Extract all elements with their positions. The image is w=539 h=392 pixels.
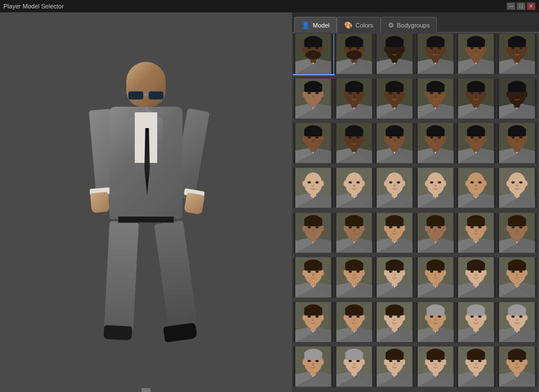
maximize-button[interactable]: □ <box>517 2 526 10</box>
svg-rect-460 <box>426 263 444 271</box>
grid-cell[interactable] <box>374 79 415 119</box>
grid-cell[interactable] <box>415 34 456 74</box>
svg-point-463 <box>434 274 436 276</box>
svg-point-464 <box>424 270 428 276</box>
grid-cell[interactable] <box>334 347 374 387</box>
svg-point-125 <box>394 95 396 98</box>
svg-point-507 <box>321 315 324 321</box>
svg-point-588 <box>316 360 319 362</box>
svg-point-335 <box>308 226 311 228</box>
grid-cell[interactable] <box>497 168 537 208</box>
grid-cell[interactable] <box>374 213 415 253</box>
grid-cell[interactable] <box>293 347 334 387</box>
grid-cell[interactable] <box>374 123 415 163</box>
grid-cell[interactable] <box>374 302 415 343</box>
svg-point-27 <box>346 51 362 60</box>
close-button[interactable]: ✕ <box>527 2 536 10</box>
grid-cell[interactable] <box>497 257 537 298</box>
grid-cell[interactable] <box>334 79 374 119</box>
svg-point-433 <box>348 271 351 273</box>
grid-cell[interactable] <box>415 168 456 208</box>
grid-cell[interactable] <box>334 123 374 163</box>
svg-point-349 <box>348 226 351 228</box>
grid-cell[interactable] <box>497 79 537 119</box>
svg-rect-206 <box>386 129 404 136</box>
svg-point-112 <box>343 91 346 97</box>
svg-point-350 <box>356 226 359 228</box>
svg-point-223 <box>434 140 436 143</box>
svg-point-209 <box>394 140 396 143</box>
svg-point-661 <box>524 359 527 365</box>
svg-point-141 <box>442 91 446 97</box>
svg-point-325 <box>524 181 527 186</box>
svg-rect-8 <box>304 39 322 47</box>
grid-cell[interactable] <box>497 123 537 163</box>
svg-point-211 <box>402 136 405 142</box>
svg-point-99 <box>321 91 324 97</box>
tab-model[interactable]: 👤 Model <box>294 17 337 33</box>
svg-point-605 <box>361 359 364 365</box>
svg-point-643 <box>471 360 474 362</box>
grid-cell[interactable] <box>293 213 334 253</box>
svg-point-166 <box>519 92 522 94</box>
grid-cell[interactable] <box>374 168 415 208</box>
grid-cell[interactable] <box>456 123 496 163</box>
grid-cell[interactable] <box>334 257 374 298</box>
grid-cell[interactable] <box>374 34 415 74</box>
svg-point-395 <box>483 225 487 231</box>
svg-point-123 <box>389 92 392 94</box>
svg-point-479 <box>483 270 487 276</box>
grid-cell[interactable] <box>456 213 496 253</box>
grid-cell[interactable] <box>415 302 456 343</box>
grid-cell[interactable] <box>456 257 496 298</box>
grid-cell[interactable] <box>415 213 456 253</box>
svg-rect-446 <box>386 263 404 271</box>
grid-cell[interactable] <box>374 347 415 387</box>
grid-cell[interactable] <box>456 79 496 119</box>
tab-colors[interactable]: 🎨 Colors <box>337 17 381 33</box>
grid-cell[interactable] <box>456 347 496 387</box>
svg-point-562 <box>465 315 469 321</box>
grid-cell[interactable] <box>293 257 334 298</box>
svg-point-12 <box>305 51 321 60</box>
svg-point-250 <box>519 136 522 139</box>
svg-point-98 <box>303 91 306 97</box>
figure-leg-left <box>104 221 139 335</box>
grid-cell[interactable] <box>497 347 537 387</box>
grid-cell[interactable] <box>456 34 496 74</box>
svg-point-70 <box>465 47 469 52</box>
svg-point-645 <box>475 363 477 366</box>
grid-cell[interactable] <box>415 257 456 298</box>
svg-point-56 <box>424 47 428 52</box>
title-bar: Player Model Selector — □ ✕ <box>0 0 539 12</box>
grid-cell[interactable] <box>334 302 374 343</box>
grid-cell[interactable] <box>293 34 334 74</box>
grid-cell[interactable] <box>456 168 496 208</box>
svg-rect-614 <box>386 352 404 360</box>
svg-point-561 <box>475 318 477 321</box>
grid-cell[interactable] <box>497 34 537 74</box>
grid-cell[interactable] <box>415 347 456 387</box>
tab-bodygroups[interactable]: ⚙ Bodygroups <box>381 17 437 33</box>
grid-cell[interactable] <box>497 213 537 253</box>
grid-cell[interactable] <box>415 123 456 163</box>
grid-cell[interactable] <box>374 257 415 298</box>
svg-point-589 <box>312 363 314 366</box>
minimize-button[interactable]: — <box>506 2 515 10</box>
grid-cell[interactable] <box>334 34 374 74</box>
grid-cell[interactable] <box>334 168 374 208</box>
svg-point-263 <box>312 184 314 187</box>
tab-model-label: Model <box>313 22 330 29</box>
svg-rect-390 <box>467 218 485 226</box>
svg-point-182 <box>303 136 306 142</box>
svg-point-448 <box>397 271 400 273</box>
grid-cell[interactable] <box>334 213 374 253</box>
grid-cell[interactable] <box>293 302 334 343</box>
grid-cell[interactable] <box>293 123 334 163</box>
grid-cell[interactable] <box>293 168 334 208</box>
grid-cell[interactable] <box>456 302 496 343</box>
grid-cell[interactable] <box>293 79 334 119</box>
grid-cell[interactable] <box>497 302 537 343</box>
grid-cell[interactable] <box>415 79 456 119</box>
svg-point-238 <box>465 136 469 142</box>
